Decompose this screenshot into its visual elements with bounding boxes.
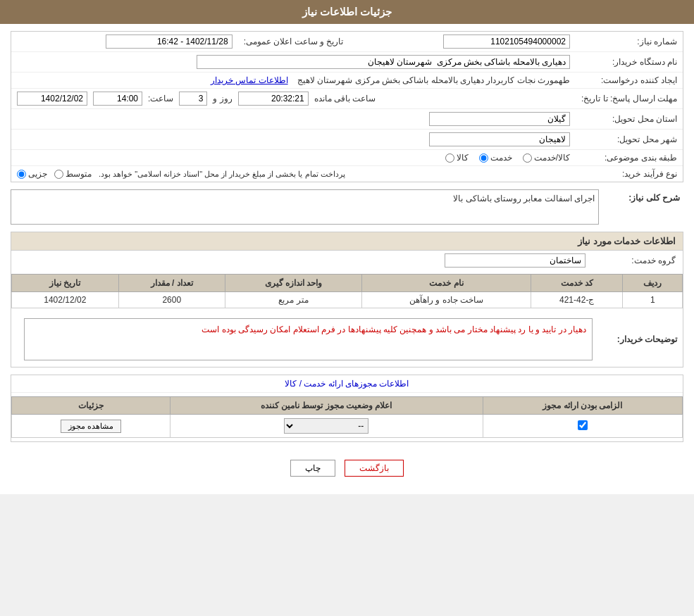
table-row: 1 ج-42-421 ساخت جاده و راهآهن متر مربع 2…	[12, 292, 683, 308]
services-title: اطلاعات خدمات مورد نیاز	[11, 232, 683, 251]
service-group-input[interactable]	[445, 253, 585, 268]
service-group-label: گروه خدمت:	[591, 251, 683, 270]
creator-label: ایجاد کننده درخواست:	[576, 73, 683, 89]
response-deadline-label: مهلت ارسال پاسخ: تا تاریخ:	[576, 89, 683, 109]
buyer-notes-text: دهیار در تایید و یا رد پیشنهاد مختار می …	[202, 325, 586, 334]
creator-value: طهمورث نجات کاربردار دهیاری بالامحله باش…	[11, 73, 576, 89]
buyer-notes-content: دهیار در تایید و یا رد پیشنهاد مختار می …	[11, 312, 605, 367]
date-input[interactable]	[17, 92, 87, 106]
permits-header: الزامی بودن ارائه مجوز اعلام وضعیت مجوز …	[12, 397, 683, 415]
row-creator: ایجاد کننده درخواست: طهمورث نجات کاربردا…	[11, 73, 683, 89]
service-group-table: گروه خدمت:	[11, 251, 683, 270]
row-category: طبقه بندی موضوعی: کالا/خدمت خدمت	[11, 150, 683, 166]
row-purchase-type: نوع فرآیند خرید: پرداخت تمام یا بخشی از …	[11, 166, 683, 182]
row-response-deadline: مهلت ارسال پاسخ: تا تاریخ: ساعت باقی مان…	[11, 89, 683, 109]
purchase-type-label: نوع فرآیند خرید:	[576, 166, 683, 182]
province-input[interactable]	[429, 112, 570, 126]
permits-section: اطلاعات مجوزهای ارائه خدمت / کالا الزامی…	[11, 375, 683, 442]
city-input[interactable]	[429, 132, 570, 146]
buyer-notes-label: توضیحات خریدار:	[605, 312, 683, 367]
page-wrapper: جزئیات اطلاعات نیاز شماره نیاز: تاریخ و …	[0, 0, 694, 494]
purchase-jozi-label: جزیی	[28, 169, 47, 179]
service-group-value	[11, 251, 591, 270]
need-number-label: شماره نیاز:	[576, 32, 683, 52]
category-khidmat[interactable]: خدمت	[479, 153, 512, 163]
permit-required-checkbox[interactable]	[578, 420, 588, 430]
col-permit-status: اعلام وضعیت مجوز توسط نامین کننده	[170, 397, 483, 415]
buyer-org-label: نام دستگاه خریدار:	[576, 52, 683, 73]
buyer-org-value	[11, 52, 576, 73]
col-quantity: تعداد / مقدار	[118, 275, 225, 292]
cell-service-name: ساخت جاده و راهآهن	[362, 292, 531, 308]
creator-contact-link[interactable]: اطلاعات تماس خریدار	[211, 75, 288, 85]
time-input[interactable]	[93, 92, 142, 106]
category-kala[interactable]: کالا	[445, 153, 469, 163]
category-label: طبقه بندی موضوعی:	[576, 150, 683, 166]
cell-date: 1402/12/02	[12, 292, 119, 308]
city-value	[11, 130, 576, 150]
days-input[interactable]	[179, 92, 207, 106]
creator-text: طهمورث نجات کاربردار دهیاری بالامحله باش…	[297, 75, 570, 85]
table-row: -- مشاهده مجوز	[12, 415, 683, 438]
need-desc-value: اجرای اسفالت معابر روستای باشاکی بالا	[11, 189, 599, 225]
view-permit-button[interactable]: مشاهده مجوز	[61, 420, 121, 433]
purchase-type-medium[interactable]: متوسط	[54, 169, 92, 179]
cell-quantity: 2600	[118, 292, 225, 308]
time-label: ساعت:	[148, 94, 173, 103]
back-button[interactable]: بازگشت	[345, 460, 404, 477]
footer-buttons: بازگشت چاپ	[11, 449, 683, 487]
category-kala-khidmat[interactable]: کالا/خدمت	[523, 153, 570, 163]
category-kala-khidmat-label: کالا/خدمت	[534, 153, 570, 163]
cell-row: 1	[623, 292, 683, 308]
purchase-type-jozi[interactable]: جزیی	[17, 169, 47, 179]
remaining-label: ساعت باقی مانده	[314, 94, 376, 103]
print-button[interactable]: چاپ	[290, 460, 335, 477]
col-date: تاریخ نیاز	[12, 275, 119, 292]
days-label: روز و	[213, 94, 232, 103]
city-label: شهر محل تحویل:	[576, 130, 683, 150]
row-service-group: گروه خدمت:	[11, 251, 683, 270]
remaining-input[interactable]	[238, 92, 309, 106]
category-kala-khidmat-radio[interactable]	[523, 153, 532, 163]
col-service-name: نام خدمت	[362, 275, 531, 292]
col-permit-details: جزئیات	[12, 397, 171, 415]
category-kala-label: کالا	[457, 153, 469, 163]
info-table: شماره نیاز: تاریخ و ساعت اعلان عمومی: نا…	[11, 32, 683, 182]
permit-status-select[interactable]: --	[284, 418, 368, 434]
permits-table: الزامی بودن ارائه مجوز اعلام وضعیت مجوز …	[11, 396, 683, 438]
buyer-notes-table: توضیحات خریدار: دهیار در تایید و یا رد پ…	[11, 312, 683, 367]
category-value: کالا/خدمت خدمت کالا	[11, 150, 576, 166]
permits-subtitle: اطلاعات مجوزهای ارائه خدمت / کالا	[11, 375, 683, 393]
province-value	[11, 109, 576, 130]
need-number-input[interactable]	[443, 34, 570, 49]
info-section: شماره نیاز: تاریخ و ساعت اعلان عمومی: نا…	[11, 31, 683, 182]
buyer-org-input[interactable]	[197, 55, 570, 69]
buyer-notes-box: دهیار در تایید و یا رد پیشنهاد مختار می …	[24, 318, 593, 360]
row-need-number: شماره نیاز: تاریخ و ساعت اعلان عمومی:	[11, 32, 683, 52]
category-kala-radio[interactable]	[445, 153, 454, 163]
col-row: ردیف	[623, 275, 683, 292]
announce-value	[11, 32, 238, 52]
cell-permit-status: --	[170, 415, 483, 438]
purchase-jozi-radio[interactable]	[17, 170, 26, 179]
purchase-medium-radio[interactable]	[54, 170, 63, 179]
need-description-section: شرح کلی نیاز: اجرای اسفالت معابر روستای …	[11, 189, 683, 225]
province-label: استان محل تحویل:	[576, 109, 683, 130]
col-permit-required: الزامی بودن ارائه مجوز	[483, 397, 682, 415]
category-khidmat-label: خدمت	[490, 153, 512, 163]
cell-service-code: ج-42-421	[531, 292, 623, 308]
col-unit: واحد اندازه گیری	[225, 275, 362, 292]
row-buyer-notes: توضیحات خریدار: دهیار در تایید و یا رد پ…	[11, 312, 683, 367]
services-table-header: ردیف کد خدمت نام خدمت واحد اندازه گیری ت…	[12, 275, 683, 292]
response-deadline-value: ساعت باقی مانده روز و ساعت:	[11, 89, 576, 109]
page-header: جزئیات اطلاعات نیاز	[0, 0, 694, 24]
announce-input[interactable]	[106, 34, 233, 49]
purchase-medium-label: متوسط	[66, 169, 92, 179]
category-khidmat-radio[interactable]	[479, 153, 488, 163]
purchase-type-value: پرداخت تمام یا بخشی از مبلغ خریدار از مح…	[11, 166, 576, 182]
purchase-note: پرداخت تمام یا بخشی از مبلغ خریدار از مح…	[99, 170, 345, 179]
need-desc-label: شرح کلی نیاز:	[599, 189, 683, 203]
need-number-value	[349, 32, 576, 52]
services-section: اطلاعات خدمات مورد نیاز گروه خدمت: ردیف …	[11, 232, 683, 367]
row-province: استان محل تحویل:	[11, 109, 683, 130]
